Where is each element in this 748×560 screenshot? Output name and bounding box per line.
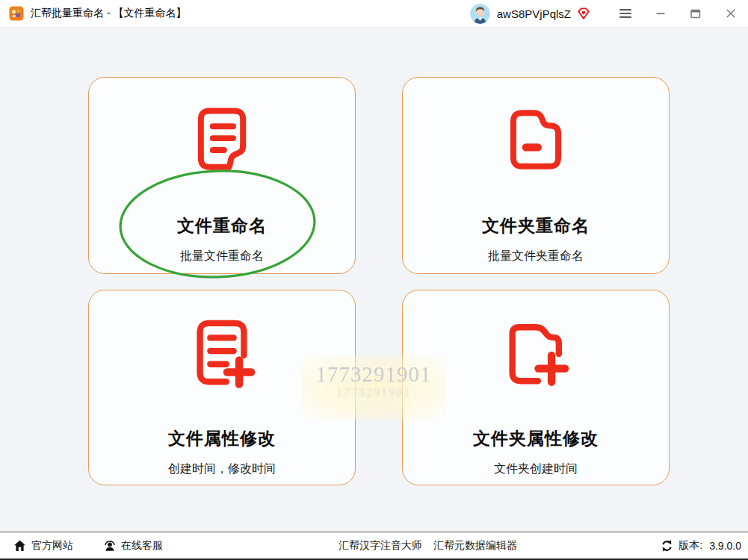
window-title: 汇帮批量重命名 - 【文件重命名】	[31, 7, 186, 20]
card-title: 文件夹属性修改	[403, 427, 669, 450]
customer-service-icon	[104, 540, 116, 552]
version-label: 版本:	[679, 539, 702, 553]
card-subtitle: 创建时间，修改时间	[89, 461, 355, 477]
maximize-button[interactable]	[678, 0, 713, 27]
official-website-link[interactable]: 官方网站	[13, 532, 73, 559]
card-folder-attribute[interactable]: 文件夹属性修改 文件夹创建时间	[402, 290, 670, 485]
close-button[interactable]	[713, 0, 748, 27]
pinyin-app-link[interactable]: 汇帮汉字注音大师	[339, 532, 422, 559]
card-title: 文件重命名	[89, 214, 355, 237]
file-attribute-icon	[185, 317, 259, 391]
title-bar: 汇帮批量重命名 - 【文件重命名】 awS8PVjPqlsZ	[0, 0, 748, 28]
card-title: 文件属性修改	[89, 427, 355, 450]
vip-badge-icon[interactable]	[576, 6, 591, 21]
main-area: 文件重命名 批量文件重命名 文件夹重命名 批量文件夹重命名	[0, 28, 748, 532]
card-title: 文件夹重命名	[403, 214, 669, 237]
minimize-button[interactable]	[643, 0, 678, 27]
online-service-link[interactable]: 在线客服	[104, 532, 163, 559]
footer-bar: 官方网站 在线客服 汇帮汉字注音大师 汇帮元数据编辑器	[0, 532, 748, 559]
card-subtitle: 批量文件夹重命名	[403, 249, 669, 264]
menu-button[interactable]	[608, 0, 643, 27]
user-avatar[interactable]	[470, 4, 490, 24]
card-folder-rename[interactable]: 文件夹重命名 批量文件夹重命名	[402, 77, 670, 274]
metadata-app-label: 汇帮元数据编辑器	[433, 539, 517, 553]
pinyin-app-label: 汇帮汉字注音大师	[339, 539, 422, 553]
card-file-attribute[interactable]: 文件属性修改 创建时间，修改时间	[88, 290, 356, 485]
file-rename-icon	[187, 105, 257, 175]
card-subtitle: 文件夹创建时间	[403, 461, 669, 477]
card-subtitle: 批量文件重命名	[89, 249, 355, 264]
card-file-rename[interactable]: 文件重命名 批量文件重命名	[88, 77, 356, 274]
folder-attribute-icon	[499, 317, 572, 391]
username-label: awS8PVjPqlsZ	[497, 7, 571, 20]
update-refresh-icon[interactable]	[661, 540, 673, 552]
version-info: 版本: 3.9.0.0	[661, 532, 741, 559]
version-value: 3.9.0.0	[709, 540, 741, 552]
official-website-label: 官方网站	[31, 539, 73, 553]
home-icon	[13, 540, 26, 552]
app-window: 汇帮批量重命名 - 【文件重命名】 awS8PVjPqlsZ	[0, 0, 748, 560]
online-service-label: 在线客服	[121, 539, 163, 553]
app-logo-icon	[9, 6, 24, 21]
folder-rename-icon	[501, 105, 571, 175]
metadata-app-link[interactable]: 汇帮元数据编辑器	[433, 532, 517, 559]
